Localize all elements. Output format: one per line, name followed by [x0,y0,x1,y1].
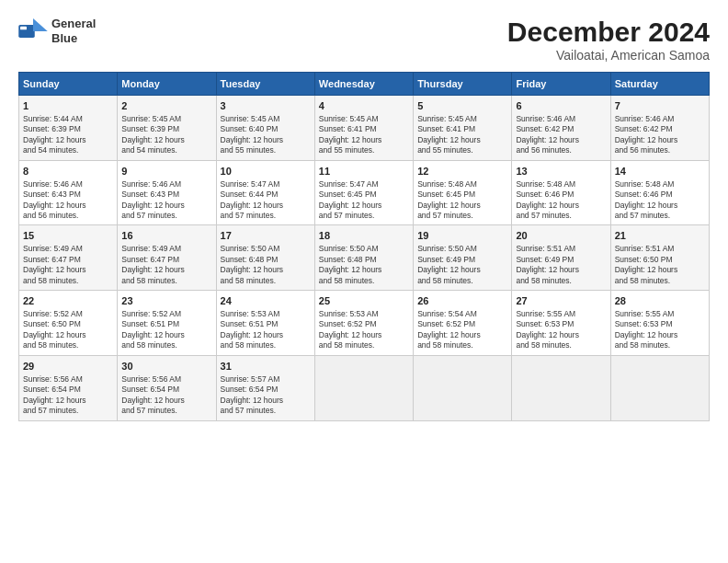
cell-line: Sunset: 6:53 PM [615,319,705,329]
table-row: 31Sunrise: 5:57 AMSunset: 6:54 PMDayligh… [216,355,314,420]
day-number: 3 [221,99,311,113]
col-friday: Friday [512,73,610,96]
cell-line: Daylight: 12 hours [417,201,507,211]
calendar-week-row: 29Sunrise: 5:56 AMSunset: 6:54 PMDayligh… [19,355,710,420]
cell-line: Sunrise: 5:45 AM [221,114,311,124]
cell-line: Sunset: 6:39 PM [121,124,211,134]
cell-line: Daylight: 12 hours [121,265,211,275]
cell-line: Daylight: 12 hours [319,201,409,211]
table-row [610,355,709,420]
cell-line: and 56 minutes. [615,145,705,155]
day-number: 27 [516,294,606,308]
cell-line: Sunrise: 5:45 AM [417,114,507,124]
table-row: 4Sunrise: 5:45 AMSunset: 6:41 PMDaylight… [314,96,413,161]
cell-line: and 57 minutes. [23,406,113,416]
table-row: 2Sunrise: 5:45 AMSunset: 6:39 PMDaylight… [118,96,216,161]
cell-line: Daylight: 12 hours [221,396,311,406]
col-tuesday: Tuesday [216,73,314,96]
day-number: 20 [516,229,606,243]
day-number: 31 [221,360,311,373]
cell-line: Sunrise: 5:53 AM [221,309,311,319]
col-saturday: Saturday [610,73,709,96]
cell-line: Daylight: 12 hours [417,330,507,340]
cell-line: Daylight: 12 hours [615,265,705,275]
cell-line: Daylight: 12 hours [615,201,705,211]
table-row: 17Sunrise: 5:50 AMSunset: 6:48 PMDayligh… [216,225,314,291]
cell-line: Sunset: 6:48 PM [319,255,409,265]
cell-line: Daylight: 12 hours [121,201,211,211]
cell-line: Sunrise: 5:50 AM [221,244,311,254]
cell-line: Sunrise: 5:46 AM [23,179,113,190]
cell-line: Daylight: 12 hours [417,135,507,145]
col-sunday: Sunday [19,73,118,96]
cell-line: and 58 minutes. [23,276,113,286]
cell-line: and 58 minutes. [121,276,211,286]
table-row: 29Sunrise: 5:56 AMSunset: 6:54 PMDayligh… [19,355,118,420]
cell-line: Sunset: 6:46 PM [516,190,606,200]
day-number: 26 [417,294,507,308]
table-row: 24Sunrise: 5:53 AMSunset: 6:51 PMDayligh… [216,291,314,356]
cell-line: and 57 minutes. [221,211,311,221]
cell-line: Daylight: 12 hours [121,330,211,340]
cell-line: Sunset: 6:53 PM [516,319,606,329]
cell-line: Sunrise: 5:54 AM [417,309,507,319]
cell-line: Sunset: 6:52 PM [319,319,409,329]
cell-line: Daylight: 12 hours [23,265,113,275]
cell-line: Sunrise: 5:49 AM [23,244,113,254]
cell-line: and 56 minutes. [516,145,606,155]
cell-line: Sunset: 6:44 PM [221,190,311,200]
cell-line: Sunrise: 5:48 AM [516,179,606,190]
calendar-week-row: 8Sunrise: 5:46 AMSunset: 6:43 PMDaylight… [19,160,710,225]
main-title: December 2024 [507,17,710,48]
table-row: 19Sunrise: 5:50 AMSunset: 6:49 PMDayligh… [414,225,512,291]
cell-line: Sunrise: 5:45 AM [319,114,409,124]
cell-line: and 55 minutes. [417,145,507,155]
table-row: 23Sunrise: 5:52 AMSunset: 6:51 PMDayligh… [118,291,216,356]
cell-line: Sunrise: 5:46 AM [121,179,211,190]
subtitle: Vailoatai, American Samoa [507,48,710,63]
cell-line: and 58 minutes. [615,276,705,286]
cell-line: Sunrise: 5:50 AM [417,244,507,254]
cell-line: Sunset: 6:51 PM [121,319,211,329]
calendar-table: Sunday Monday Tuesday Wednesday Thursday… [18,72,710,421]
table-row: 13Sunrise: 5:48 AMSunset: 6:46 PMDayligh… [512,160,610,225]
cell-line: and 56 minutes. [23,211,113,221]
cell-line: Sunset: 6:42 PM [516,124,606,134]
cell-line: and 58 minutes. [516,276,606,286]
cell-line: and 54 minutes. [23,145,113,155]
cell-line: Sunset: 6:50 PM [23,319,113,329]
day-number: 2 [121,99,211,113]
logo-icon [18,18,48,44]
cell-line: and 58 minutes. [319,340,409,350]
svg-marker-1 [33,18,48,31]
day-number: 25 [319,294,409,308]
table-row: 27Sunrise: 5:55 AMSunset: 6:53 PMDayligh… [512,291,610,356]
cell-line: Sunrise: 5:49 AM [121,244,211,254]
cell-line: Sunrise: 5:55 AM [516,309,606,319]
table-row: 9Sunrise: 5:46 AMSunset: 6:43 PMDaylight… [118,160,216,225]
col-wednesday: Wednesday [314,73,413,96]
cell-line: and 58 minutes. [615,340,705,350]
day-number: 14 [615,165,705,178]
cell-line: Sunrise: 5:52 AM [121,309,211,319]
table-row: 21Sunrise: 5:51 AMSunset: 6:50 PMDayligh… [610,225,709,291]
cell-line: Daylight: 12 hours [221,201,311,211]
cell-line: Sunset: 6:41 PM [417,124,507,134]
day-number: 17 [221,229,311,243]
day-number: 28 [615,294,705,308]
cell-line: Sunset: 6:54 PM [121,385,211,395]
day-number: 5 [417,99,507,113]
table-row: 22Sunrise: 5:52 AMSunset: 6:50 PMDayligh… [19,291,118,356]
calendar-week-row: 22Sunrise: 5:52 AMSunset: 6:50 PMDayligh… [19,291,710,356]
table-row: 12Sunrise: 5:48 AMSunset: 6:45 PMDayligh… [414,160,512,225]
cell-line: Sunrise: 5:56 AM [23,374,113,385]
day-number: 23 [121,294,211,308]
cell-line: Sunset: 6:51 PM [221,319,311,329]
page: General Blue December 2024 Vailoatai, Am… [0,0,728,431]
cell-line: Sunset: 6:47 PM [23,255,113,265]
cell-line: Daylight: 12 hours [23,135,113,145]
table-row: 18Sunrise: 5:50 AMSunset: 6:48 PMDayligh… [314,225,413,291]
cell-line: and 57 minutes. [121,406,211,416]
cell-line: Sunrise: 5:57 AM [221,374,311,385]
cell-line: Sunset: 6:45 PM [417,190,507,200]
